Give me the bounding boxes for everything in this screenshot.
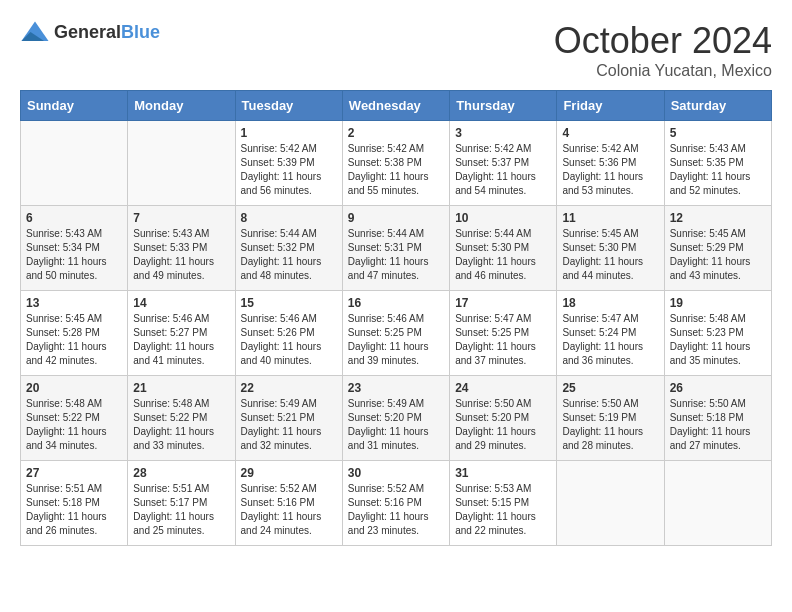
day-cell: 19 Sunrise: 5:48 AMSunset: 5:23 PMDaylig… [664, 291, 771, 376]
day-info: Sunrise: 5:44 AMSunset: 5:31 PMDaylight:… [348, 228, 429, 281]
day-cell: 26 Sunrise: 5:50 AMSunset: 5:18 PMDaylig… [664, 376, 771, 461]
day-number: 2 [348, 126, 444, 140]
day-number: 4 [562, 126, 658, 140]
day-cell: 8 Sunrise: 5:44 AMSunset: 5:32 PMDayligh… [235, 206, 342, 291]
day-info: Sunrise: 5:47 AMSunset: 5:25 PMDaylight:… [455, 313, 536, 366]
day-number: 11 [562, 211, 658, 225]
location-title: Colonia Yucatan, Mexico [554, 62, 772, 80]
page-header: GeneralBlue October 2024 Colonia Yucatan… [20, 20, 772, 80]
day-cell [557, 461, 664, 546]
day-number: 22 [241, 381, 337, 395]
day-cell: 27 Sunrise: 5:51 AMSunset: 5:18 PMDaylig… [21, 461, 128, 546]
day-number: 29 [241, 466, 337, 480]
day-number: 5 [670, 126, 766, 140]
day-number: 20 [26, 381, 122, 395]
day-number: 28 [133, 466, 229, 480]
day-info: Sunrise: 5:45 AMSunset: 5:29 PMDaylight:… [670, 228, 751, 281]
week-row-3: 13 Sunrise: 5:45 AMSunset: 5:28 PMDaylig… [21, 291, 772, 376]
header-cell-wednesday: Wednesday [342, 91, 449, 121]
day-info: Sunrise: 5:43 AMSunset: 5:33 PMDaylight:… [133, 228, 214, 281]
day-cell: 10 Sunrise: 5:44 AMSunset: 5:30 PMDaylig… [450, 206, 557, 291]
day-number: 9 [348, 211, 444, 225]
day-cell [21, 121, 128, 206]
day-info: Sunrise: 5:48 AMSunset: 5:22 PMDaylight:… [26, 398, 107, 451]
day-cell: 1 Sunrise: 5:42 AMSunset: 5:39 PMDayligh… [235, 121, 342, 206]
calendar-body: 1 Sunrise: 5:42 AMSunset: 5:39 PMDayligh… [21, 121, 772, 546]
day-info: Sunrise: 5:42 AMSunset: 5:38 PMDaylight:… [348, 143, 429, 196]
day-number: 8 [241, 211, 337, 225]
logo-general: General [54, 22, 121, 42]
month-title: October 2024 [554, 20, 772, 62]
day-info: Sunrise: 5:49 AMSunset: 5:21 PMDaylight:… [241, 398, 322, 451]
day-info: Sunrise: 5:49 AMSunset: 5:20 PMDaylight:… [348, 398, 429, 451]
logo: GeneralBlue [20, 20, 160, 44]
day-number: 18 [562, 296, 658, 310]
day-number: 1 [241, 126, 337, 140]
day-info: Sunrise: 5:50 AMSunset: 5:19 PMDaylight:… [562, 398, 643, 451]
week-row-2: 6 Sunrise: 5:43 AMSunset: 5:34 PMDayligh… [21, 206, 772, 291]
header-cell-thursday: Thursday [450, 91, 557, 121]
day-cell: 22 Sunrise: 5:49 AMSunset: 5:21 PMDaylig… [235, 376, 342, 461]
day-info: Sunrise: 5:52 AMSunset: 5:16 PMDaylight:… [348, 483, 429, 536]
day-cell: 9 Sunrise: 5:44 AMSunset: 5:31 PMDayligh… [342, 206, 449, 291]
day-cell: 5 Sunrise: 5:43 AMSunset: 5:35 PMDayligh… [664, 121, 771, 206]
day-info: Sunrise: 5:47 AMSunset: 5:24 PMDaylight:… [562, 313, 643, 366]
day-cell: 12 Sunrise: 5:45 AMSunset: 5:29 PMDaylig… [664, 206, 771, 291]
day-info: Sunrise: 5:53 AMSunset: 5:15 PMDaylight:… [455, 483, 536, 536]
day-number: 25 [562, 381, 658, 395]
day-number: 6 [26, 211, 122, 225]
day-cell: 28 Sunrise: 5:51 AMSunset: 5:17 PMDaylig… [128, 461, 235, 546]
day-cell: 20 Sunrise: 5:48 AMSunset: 5:22 PMDaylig… [21, 376, 128, 461]
header-cell-tuesday: Tuesday [235, 91, 342, 121]
week-row-5: 27 Sunrise: 5:51 AMSunset: 5:18 PMDaylig… [21, 461, 772, 546]
day-cell: 2 Sunrise: 5:42 AMSunset: 5:38 PMDayligh… [342, 121, 449, 206]
day-cell: 17 Sunrise: 5:47 AMSunset: 5:25 PMDaylig… [450, 291, 557, 376]
day-info: Sunrise: 5:48 AMSunset: 5:23 PMDaylight:… [670, 313, 751, 366]
day-cell: 7 Sunrise: 5:43 AMSunset: 5:33 PMDayligh… [128, 206, 235, 291]
day-cell [128, 121, 235, 206]
day-cell: 11 Sunrise: 5:45 AMSunset: 5:30 PMDaylig… [557, 206, 664, 291]
title-block: October 2024 Colonia Yucatan, Mexico [554, 20, 772, 80]
day-info: Sunrise: 5:42 AMSunset: 5:37 PMDaylight:… [455, 143, 536, 196]
day-cell: 23 Sunrise: 5:49 AMSunset: 5:20 PMDaylig… [342, 376, 449, 461]
day-info: Sunrise: 5:45 AMSunset: 5:30 PMDaylight:… [562, 228, 643, 281]
day-number: 23 [348, 381, 444, 395]
calendar-table: SundayMondayTuesdayWednesdayThursdayFrid… [20, 90, 772, 546]
logo-blue: Blue [121, 22, 160, 42]
day-cell: 16 Sunrise: 5:46 AMSunset: 5:25 PMDaylig… [342, 291, 449, 376]
day-cell: 25 Sunrise: 5:50 AMSunset: 5:19 PMDaylig… [557, 376, 664, 461]
day-cell: 18 Sunrise: 5:47 AMSunset: 5:24 PMDaylig… [557, 291, 664, 376]
week-row-4: 20 Sunrise: 5:48 AMSunset: 5:22 PMDaylig… [21, 376, 772, 461]
day-cell: 29 Sunrise: 5:52 AMSunset: 5:16 PMDaylig… [235, 461, 342, 546]
header-cell-saturday: Saturday [664, 91, 771, 121]
day-info: Sunrise: 5:48 AMSunset: 5:22 PMDaylight:… [133, 398, 214, 451]
day-number: 14 [133, 296, 229, 310]
header-cell-friday: Friday [557, 91, 664, 121]
day-number: 16 [348, 296, 444, 310]
day-number: 15 [241, 296, 337, 310]
day-info: Sunrise: 5:44 AMSunset: 5:32 PMDaylight:… [241, 228, 322, 281]
day-info: Sunrise: 5:46 AMSunset: 5:27 PMDaylight:… [133, 313, 214, 366]
day-cell: 15 Sunrise: 5:46 AMSunset: 5:26 PMDaylig… [235, 291, 342, 376]
header-row: SundayMondayTuesdayWednesdayThursdayFrid… [21, 91, 772, 121]
day-info: Sunrise: 5:44 AMSunset: 5:30 PMDaylight:… [455, 228, 536, 281]
day-number: 30 [348, 466, 444, 480]
day-number: 12 [670, 211, 766, 225]
day-info: Sunrise: 5:42 AMSunset: 5:36 PMDaylight:… [562, 143, 643, 196]
day-number: 13 [26, 296, 122, 310]
day-info: Sunrise: 5:46 AMSunset: 5:26 PMDaylight:… [241, 313, 322, 366]
day-number: 7 [133, 211, 229, 225]
day-cell: 13 Sunrise: 5:45 AMSunset: 5:28 PMDaylig… [21, 291, 128, 376]
day-cell: 6 Sunrise: 5:43 AMSunset: 5:34 PMDayligh… [21, 206, 128, 291]
day-number: 31 [455, 466, 551, 480]
day-cell: 3 Sunrise: 5:42 AMSunset: 5:37 PMDayligh… [450, 121, 557, 206]
day-cell [664, 461, 771, 546]
day-number: 19 [670, 296, 766, 310]
day-number: 21 [133, 381, 229, 395]
day-info: Sunrise: 5:51 AMSunset: 5:17 PMDaylight:… [133, 483, 214, 536]
day-number: 26 [670, 381, 766, 395]
day-cell: 4 Sunrise: 5:42 AMSunset: 5:36 PMDayligh… [557, 121, 664, 206]
day-cell: 31 Sunrise: 5:53 AMSunset: 5:15 PMDaylig… [450, 461, 557, 546]
day-info: Sunrise: 5:51 AMSunset: 5:18 PMDaylight:… [26, 483, 107, 536]
header-cell-monday: Monday [128, 91, 235, 121]
